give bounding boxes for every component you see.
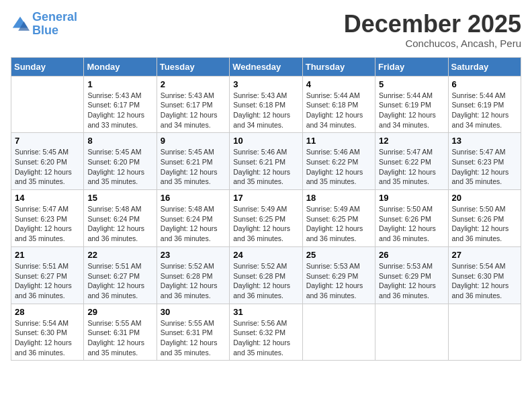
- sunrise-text: Sunrise: 5:50 AM: [452, 204, 517, 214]
- table-row: 12 Sunrise: 5:47 AM Sunset: 6:22 PM Dayl…: [375, 133, 448, 190]
- table-row: 9 Sunrise: 5:45 AM Sunset: 6:21 PM Dayli…: [157, 133, 229, 190]
- day-number: 7: [15, 136, 80, 146]
- sunrise-text: Sunrise: 5:56 AM: [233, 318, 298, 328]
- sunrise-text: Sunrise: 5:51 AM: [15, 261, 80, 271]
- sunset-text: Sunset: 6:18 PM: [233, 100, 298, 110]
- table-row: 28 Sunrise: 5:54 AM Sunset: 6:30 PM Dayl…: [11, 304, 84, 361]
- table-row: 26 Sunrise: 5:53 AM Sunset: 6:29 PM Dayl…: [375, 246, 448, 304]
- sunrise-text: Sunrise: 5:53 AM: [379, 261, 444, 271]
- table-row: 14 Sunrise: 5:47 AM Sunset: 6:23 PM Dayl…: [11, 190, 84, 247]
- daylight-text: Daylight: 12 hours and 35 minutes.: [15, 167, 80, 187]
- sunset-text: Sunset: 6:27 PM: [87, 271, 152, 281]
- sunset-text: Sunset: 6:20 PM: [15, 157, 80, 167]
- page-header: General Blue December 2025 Conchucos, An…: [11, 11, 521, 49]
- daylight-text: Daylight: 12 hours and 36 minutes.: [306, 224, 371, 243]
- sunrise-text: Sunrise: 5:55 AM: [161, 318, 226, 328]
- sunset-text: Sunset: 6:28 PM: [161, 271, 226, 281]
- table-row: 17 Sunrise: 5:49 AM Sunset: 6:25 PM Dayl…: [230, 190, 302, 247]
- sunset-text: Sunset: 6:27 PM: [15, 271, 80, 281]
- table-row: 29 Sunrise: 5:55 AM Sunset: 6:31 PM Dayl…: [84, 304, 157, 361]
- table-row: [448, 304, 521, 361]
- cell-info: Sunrise: 5:45 AM Sunset: 6:20 PM Dayligh…: [15, 147, 80, 187]
- sunset-text: Sunset: 6:23 PM: [15, 214, 80, 224]
- table-row: 24 Sunrise: 5:52 AM Sunset: 6:28 PM Dayl…: [230, 246, 302, 304]
- daylight-text: Daylight: 12 hours and 34 minutes.: [306, 110, 371, 130]
- sunrise-text: Sunrise: 5:48 AM: [87, 204, 152, 214]
- calendar-subtitle: Conchucos, Ancash, Peru: [344, 38, 521, 49]
- sunset-text: Sunset: 6:31 PM: [87, 328, 152, 338]
- daylight-text: Daylight: 12 hours and 36 minutes.: [87, 281, 152, 300]
- col-tuesday: Tuesday: [157, 57, 229, 76]
- table-row: 2 Sunrise: 5:43 AM Sunset: 6:17 PM Dayli…: [157, 76, 229, 133]
- sunset-text: Sunset: 6:24 PM: [87, 214, 152, 224]
- day-number: 11: [306, 136, 371, 146]
- col-saturday: Saturday: [448, 57, 521, 76]
- sunset-text: Sunset: 6:25 PM: [306, 214, 371, 224]
- sunrise-text: Sunrise: 5:45 AM: [15, 147, 80, 157]
- col-wednesday: Wednesday: [230, 57, 302, 76]
- daylight-text: Daylight: 12 hours and 35 minutes.: [306, 167, 371, 187]
- table-row: 18 Sunrise: 5:49 AM Sunset: 6:25 PM Dayl…: [302, 190, 375, 247]
- cell-info: Sunrise: 5:43 AM Sunset: 6:17 PM Dayligh…: [161, 91, 226, 130]
- day-number: 1: [87, 79, 152, 89]
- cell-info: Sunrise: 5:53 AM Sunset: 6:29 PM Dayligh…: [379, 261, 444, 301]
- day-number: 29: [87, 307, 152, 317]
- daylight-text: Daylight: 12 hours and 35 minutes.: [161, 167, 226, 187]
- sunrise-text: Sunrise: 5:51 AM: [87, 261, 152, 271]
- sunset-text: Sunset: 6:26 PM: [452, 214, 517, 224]
- sunrise-text: Sunrise: 5:45 AM: [161, 147, 226, 157]
- sunrise-text: Sunrise: 5:46 AM: [306, 147, 371, 157]
- calendar-week-row: 1 Sunrise: 5:43 AM Sunset: 6:17 PM Dayli…: [11, 76, 521, 133]
- day-number: 22: [87, 250, 152, 260]
- day-number: 23: [161, 250, 226, 260]
- day-number: 27: [452, 250, 517, 260]
- table-row: 10 Sunrise: 5:46 AM Sunset: 6:21 PM Dayl…: [230, 133, 302, 190]
- cell-info: Sunrise: 5:54 AM Sunset: 6:30 PM Dayligh…: [452, 261, 517, 301]
- day-number: 15: [87, 193, 152, 203]
- sunset-text: Sunset: 6:31 PM: [161, 328, 226, 338]
- daylight-text: Daylight: 12 hours and 36 minutes.: [233, 224, 298, 243]
- day-number: 14: [15, 193, 80, 203]
- table-row: 7 Sunrise: 5:45 AM Sunset: 6:20 PM Dayli…: [11, 133, 84, 190]
- sunrise-text: Sunrise: 5:43 AM: [233, 91, 298, 101]
- sunrise-text: Sunrise: 5:54 AM: [15, 318, 80, 328]
- calendar-header-row: Sunday Monday Tuesday Wednesday Thursday…: [11, 57, 521, 76]
- daylight-text: Daylight: 12 hours and 35 minutes.: [233, 167, 298, 187]
- day-number: 2: [161, 79, 226, 89]
- sunrise-text: Sunrise: 5:44 AM: [452, 91, 517, 101]
- day-number: 28: [15, 307, 80, 317]
- cell-info: Sunrise: 5:44 AM Sunset: 6:19 PM Dayligh…: [379, 91, 444, 130]
- table-row: [302, 304, 375, 361]
- day-number: 3: [233, 79, 298, 89]
- sunset-text: Sunset: 6:20 PM: [87, 157, 152, 167]
- logo-text: General Blue: [32, 11, 77, 38]
- logo: General Blue: [11, 11, 77, 38]
- sunset-text: Sunset: 6:24 PM: [161, 214, 226, 224]
- cell-info: Sunrise: 5:44 AM Sunset: 6:18 PM Dayligh…: [306, 91, 371, 130]
- daylight-text: Daylight: 12 hours and 35 minutes.: [379, 167, 444, 187]
- cell-info: Sunrise: 5:53 AM Sunset: 6:29 PM Dayligh…: [306, 261, 371, 301]
- cell-info: Sunrise: 5:49 AM Sunset: 6:25 PM Dayligh…: [233, 204, 298, 244]
- sunset-text: Sunset: 6:18 PM: [306, 100, 371, 110]
- daylight-text: Daylight: 12 hours and 35 minutes.: [87, 338, 152, 357]
- sunrise-text: Sunrise: 5:46 AM: [233, 147, 298, 157]
- cell-info: Sunrise: 5:48 AM Sunset: 6:24 PM Dayligh…: [161, 204, 226, 244]
- sunrise-text: Sunrise: 5:49 AM: [306, 204, 371, 214]
- table-row: 21 Sunrise: 5:51 AM Sunset: 6:27 PM Dayl…: [11, 246, 84, 304]
- sunrise-text: Sunrise: 5:53 AM: [306, 261, 371, 271]
- cell-info: Sunrise: 5:49 AM Sunset: 6:25 PM Dayligh…: [306, 204, 371, 244]
- table-row: 13 Sunrise: 5:47 AM Sunset: 6:23 PM Dayl…: [448, 133, 521, 190]
- cell-info: Sunrise: 5:50 AM Sunset: 6:26 PM Dayligh…: [379, 204, 444, 244]
- sunset-text: Sunset: 6:32 PM: [233, 328, 298, 338]
- day-number: 5: [379, 79, 444, 89]
- calendar-week-row: 7 Sunrise: 5:45 AM Sunset: 6:20 PM Dayli…: [11, 133, 521, 190]
- daylight-text: Daylight: 12 hours and 36 minutes.: [15, 338, 80, 357]
- calendar-week-row: 14 Sunrise: 5:47 AM Sunset: 6:23 PM Dayl…: [11, 190, 521, 247]
- cell-info: Sunrise: 5:46 AM Sunset: 6:21 PM Dayligh…: [233, 147, 298, 187]
- logo-line2: Blue: [32, 24, 58, 37]
- table-row: 15 Sunrise: 5:48 AM Sunset: 6:24 PM Dayl…: [84, 190, 157, 247]
- table-row: [11, 76, 84, 133]
- sunset-text: Sunset: 6:28 PM: [233, 271, 298, 281]
- table-row: 20 Sunrise: 5:50 AM Sunset: 6:26 PM Dayl…: [448, 190, 521, 247]
- daylight-text: Daylight: 12 hours and 35 minutes.: [15, 224, 80, 243]
